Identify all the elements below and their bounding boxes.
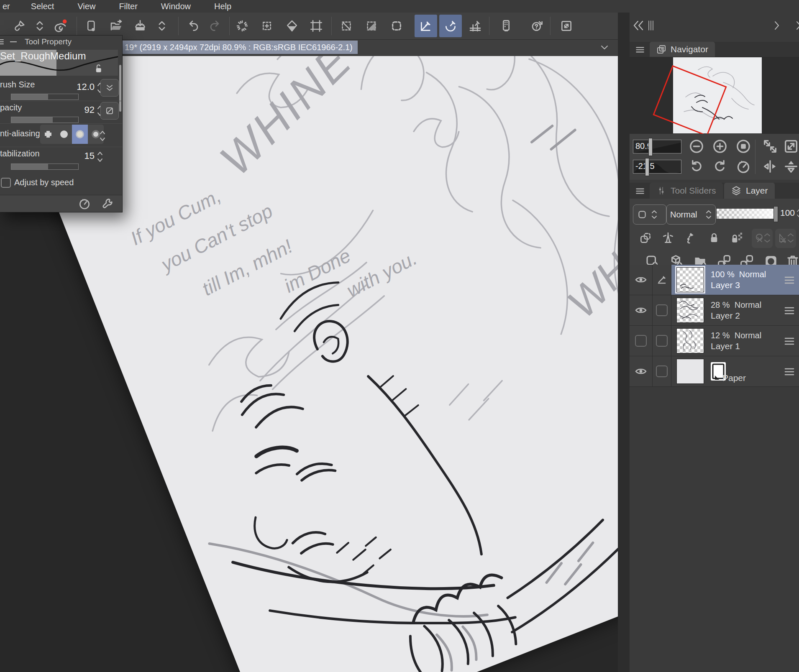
brush-size-slider[interactable] [11, 94, 79, 100]
lock-layer-icon[interactable] [707, 231, 721, 245]
visibility-cell[interactable] [630, 356, 653, 386]
expand-panel-icon[interactable] [794, 20, 799, 31]
draft-layer-icon[interactable] [684, 231, 697, 245]
undo-button[interactable] [183, 15, 205, 37]
layer-menu-icon[interactable] [784, 306, 795, 315]
selection-add-button[interactable] [360, 15, 383, 37]
enable-mask-button[interactable] [752, 229, 773, 248]
save-canvas-button[interactable] [129, 15, 151, 37]
brush-size-dynamics-button[interactable] [100, 79, 119, 97]
menu-item-view[interactable]: View [66, 2, 107, 11]
menu-item-help[interactable]: Help [202, 2, 243, 11]
deselect-button[interactable] [231, 15, 254, 37]
layer-opacity-slider[interactable] [717, 209, 775, 219]
wrench-icon[interactable] [101, 197, 115, 210]
dynamics-dial-icon[interactable] [78, 197, 91, 210]
clear-area-button[interactable] [281, 15, 303, 37]
layer-thumbnail[interactable] [676, 267, 704, 292]
anti-aliasing-none-option[interactable] [40, 125, 56, 144]
layer-row-layer3[interactable]: 100 % Normal Layer 3 [630, 265, 799, 295]
layer-opacity-handle[interactable] [773, 206, 778, 222]
help-button[interactable] [525, 15, 548, 37]
expand-panel-icon[interactable] [772, 20, 782, 31]
snap-to-special-ruler-button[interactable] [439, 15, 462, 37]
rotate-right-button[interactable] [712, 158, 728, 175]
fit-to-width-button[interactable] [783, 138, 799, 155]
navigator-preview-area[interactable] [630, 57, 799, 134]
zoom-100-button[interactable] [735, 138, 752, 155]
spinner-chevrons-icon[interactable] [99, 129, 106, 143]
edit-target-cell[interactable] [653, 265, 671, 295]
paper-thumbnail[interactable] [676, 359, 704, 384]
zoom-slider[interactable]: 80.9 [633, 140, 681, 153]
spinner-chevrons-icon[interactable] [96, 150, 104, 164]
anti-aliasing-weak-option[interactable] [56, 125, 72, 144]
redo-button[interactable] [203, 15, 225, 37]
selection-new-button[interactable] [335, 15, 358, 37]
edit-target-cell[interactable] [653, 356, 671, 386]
layer-menu-icon[interactable] [784, 337, 795, 346]
layer-main-cell[interactable]: Paper [671, 356, 799, 386]
zoom-out-button[interactable] [688, 138, 705, 155]
anti-aliasing-middle-option-selected[interactable] [72, 125, 88, 144]
menu-item-layer-partial[interactable]: er [0, 2, 19, 11]
layer-main-cell[interactable]: 12 % Normal Layer 1 [671, 326, 799, 356]
selection-border-button[interactable] [385, 15, 408, 37]
material-panel-button[interactable] [495, 15, 517, 37]
opacity-value[interactable]: 92 [85, 105, 95, 115]
stabilization-slider[interactable] [11, 164, 79, 170]
visibility-cell[interactable] [630, 295, 653, 325]
rotation-slider[interactable]: -21.5 [633, 160, 681, 174]
stabilization-value[interactable]: 15 [85, 151, 95, 161]
tool-switch-button[interactable] [28, 15, 51, 37]
clip-to-below-icon[interactable] [639, 231, 652, 245]
layer-tab[interactable]: Layer [724, 183, 775, 199]
rotation-slider-handle[interactable] [645, 158, 649, 176]
reference-layer-icon[interactable] [661, 231, 675, 245]
opacity-dynamics-button[interactable] [100, 102, 119, 120]
brush-size-value[interactable]: 12.0 [77, 82, 95, 92]
navigator-tab[interactable]: Navigator [650, 42, 715, 57]
opacity-slider[interactable] [11, 117, 79, 123]
flip-vertical-button[interactable] [783, 158, 799, 175]
layer-menu-icon[interactable] [784, 276, 795, 285]
menu-item-window[interactable]: Window [149, 2, 202, 11]
flip-horizontal-button[interactable] [762, 158, 779, 175]
adjust-by-speed-checkbox[interactable] [1, 178, 11, 188]
edit-target-cell[interactable] [653, 295, 671, 325]
save-options-button[interactable] [151, 15, 173, 37]
layer-thumbnail[interactable] [676, 298, 704, 323]
snap-to-grid-button[interactable] [464, 15, 487, 37]
zoom-slider-handle[interactable] [648, 138, 653, 156]
layer-thumbnail[interactable] [676, 328, 704, 353]
crop-frame-button[interactable] [305, 15, 328, 37]
tool-sliders-tab[interactable]: Tool Sliders [650, 183, 723, 199]
unlock-icon[interactable] [92, 63, 103, 74]
visibility-cell[interactable] [630, 326, 653, 356]
reset-rotation-button[interactable] [735, 158, 752, 175]
edit-target-cell[interactable] [653, 326, 671, 356]
layer-row-paper[interactable]: Paper [630, 356, 799, 387]
layer-row-layer2[interactable]: 28 % Normal Layer 2 [630, 295, 799, 326]
layer-main-cell[interactable]: 100 % Normal Layer 3 [671, 265, 799, 295]
layer-main-cell[interactable]: 28 % Normal Layer 2 [671, 295, 799, 325]
menu-item-select[interactable]: Select [19, 2, 66, 11]
lock-transparent-pixels-icon[interactable] [730, 231, 743, 245]
minimize-icon[interactable] [10, 41, 17, 42]
fit-to-screen-button[interactable] [762, 138, 779, 155]
document-list-button[interactable] [597, 43, 612, 53]
ruler-toggle-button[interactable] [775, 229, 796, 248]
brush-preview[interactable]: Set_RoughMedium [0, 50, 118, 76]
layer-row-layer1[interactable]: 12 % Normal Layer 1 [630, 326, 799, 356]
document-tab[interactable]: 19* (2919 x 2494px 72dpi 80.9% : RGB:sRG… [121, 41, 358, 54]
collapse-dock-icon[interactable] [632, 19, 645, 32]
layer-opacity-value[interactable]: 100 [780, 208, 795, 218]
layer-palette-filter-dropdown[interactable] [633, 204, 666, 225]
screen-size-button[interactable] [555, 15, 578, 37]
clip-studio-launcher-button[interactable] [49, 15, 72, 37]
snap-to-ruler-button[interactable] [415, 15, 437, 37]
reselect-button[interactable] [256, 15, 278, 37]
dock-handle-icon[interactable] [646, 19, 656, 32]
zoom-in-button[interactable] [712, 138, 728, 155]
tool-property-header[interactable]: Tool Property [0, 36, 122, 48]
